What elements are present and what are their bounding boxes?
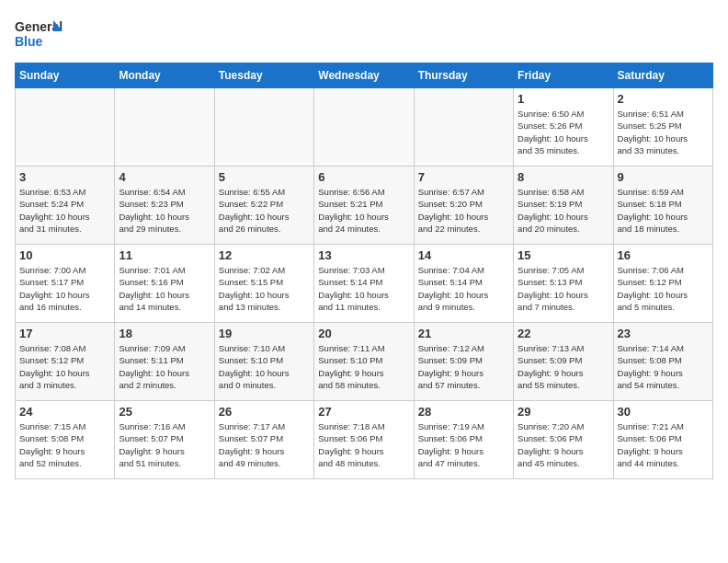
- weekday-header: Sunday: [16, 63, 115, 88]
- day-number: 5: [219, 170, 310, 184]
- day-number: 14: [418, 248, 509, 262]
- day-info: Sunrise: 7:04 AM Sunset: 5:14 PM Dayligh…: [418, 264, 509, 313]
- day-info: Sunrise: 7:09 AM Sunset: 5:11 PM Dayligh…: [119, 342, 210, 391]
- day-number: 8: [518, 170, 609, 184]
- logo: GeneralBlue: [15, 15, 70, 52]
- day-number: 11: [119, 248, 210, 262]
- day-number: 7: [418, 170, 509, 184]
- calendar-cell: 10Sunrise: 7:00 AM Sunset: 5:17 PM Dayli…: [16, 245, 115, 323]
- calendar-cell: [314, 88, 414, 167]
- calendar-cell: 23Sunrise: 7:14 AM Sunset: 5:08 PM Dayli…: [613, 323, 712, 401]
- logo-svg: GeneralBlue: [15, 15, 70, 52]
- page-header: GeneralBlue: [15, 15, 713, 52]
- day-number: 4: [119, 170, 210, 184]
- day-info: Sunrise: 6:55 AM Sunset: 5:22 PM Dayligh…: [219, 186, 310, 235]
- day-number: 19: [219, 327, 310, 340]
- day-number: 1: [518, 92, 609, 106]
- day-number: 9: [618, 170, 709, 184]
- calendar-cell: 17Sunrise: 7:08 AM Sunset: 5:12 PM Dayli…: [16, 323, 115, 401]
- calendar-cell: 19Sunrise: 7:10 AM Sunset: 5:10 PM Dayli…: [214, 323, 313, 401]
- calendar-cell: 24Sunrise: 7:15 AM Sunset: 5:08 PM Dayli…: [16, 401, 115, 479]
- calendar-cell: 2Sunrise: 6:51 AM Sunset: 5:25 PM Daylig…: [613, 88, 712, 167]
- day-info: Sunrise: 7:15 AM Sunset: 5:08 PM Dayligh…: [19, 420, 110, 469]
- calendar-cell: 11Sunrise: 7:01 AM Sunset: 5:16 PM Dayli…: [115, 245, 214, 323]
- day-info: Sunrise: 7:05 AM Sunset: 5:13 PM Dayligh…: [518, 264, 609, 313]
- day-number: 2: [618, 92, 709, 106]
- day-info: Sunrise: 7:02 AM Sunset: 5:15 PM Dayligh…: [219, 264, 310, 313]
- day-info: Sunrise: 7:11 AM Sunset: 5:10 PM Dayligh…: [318, 342, 409, 391]
- calendar-cell: 6Sunrise: 6:56 AM Sunset: 5:21 PM Daylig…: [314, 167, 414, 245]
- calendar-cell: 21Sunrise: 7:12 AM Sunset: 5:09 PM Dayli…: [414, 323, 513, 401]
- calendar-cell: 26Sunrise: 7:17 AM Sunset: 5:07 PM Dayli…: [214, 401, 313, 479]
- calendar-cell: [214, 88, 313, 167]
- calendar-cell: 18Sunrise: 7:09 AM Sunset: 5:11 PM Dayli…: [115, 323, 214, 401]
- weekday-header: Monday: [115, 63, 214, 88]
- day-info: Sunrise: 7:19 AM Sunset: 5:06 PM Dayligh…: [418, 420, 509, 469]
- calendar-cell: 25Sunrise: 7:16 AM Sunset: 5:07 PM Dayli…: [115, 401, 214, 479]
- day-info: Sunrise: 7:01 AM Sunset: 5:16 PM Dayligh…: [119, 264, 210, 313]
- calendar-cell: 14Sunrise: 7:04 AM Sunset: 5:14 PM Dayli…: [414, 245, 513, 323]
- weekday-header: Tuesday: [214, 63, 313, 88]
- day-number: 10: [19, 248, 110, 262]
- calendar-cell: 9Sunrise: 6:59 AM Sunset: 5:18 PM Daylig…: [613, 167, 712, 245]
- day-number: 17: [19, 327, 110, 340]
- calendar-cell: 28Sunrise: 7:19 AM Sunset: 5:06 PM Dayli…: [414, 401, 513, 479]
- day-info: Sunrise: 7:18 AM Sunset: 5:06 PM Dayligh…: [318, 420, 409, 469]
- calendar-cell: [414, 88, 513, 167]
- calendar-week-row: 10Sunrise: 7:00 AM Sunset: 5:17 PM Dayli…: [16, 245, 713, 323]
- day-info: Sunrise: 7:20 AM Sunset: 5:06 PM Dayligh…: [518, 420, 609, 469]
- day-number: 15: [518, 248, 609, 262]
- day-info: Sunrise: 7:08 AM Sunset: 5:12 PM Dayligh…: [19, 342, 110, 391]
- day-number: 6: [318, 170, 409, 184]
- day-info: Sunrise: 6:56 AM Sunset: 5:21 PM Dayligh…: [318, 186, 409, 235]
- calendar-cell: 29Sunrise: 7:20 AM Sunset: 5:06 PM Dayli…: [514, 401, 613, 479]
- day-number: 23: [618, 327, 709, 340]
- day-number: 18: [119, 327, 210, 340]
- calendar-week-row: 1Sunrise: 6:50 AM Sunset: 5:26 PM Daylig…: [16, 88, 713, 167]
- day-number: 30: [618, 405, 709, 419]
- day-number: 27: [318, 405, 409, 419]
- day-number: 28: [418, 405, 509, 419]
- svg-text:Blue: Blue: [15, 34, 43, 49]
- calendar-cell: 12Sunrise: 7:02 AM Sunset: 5:15 PM Dayli…: [214, 245, 313, 323]
- calendar-cell: 15Sunrise: 7:05 AM Sunset: 5:13 PM Dayli…: [514, 245, 613, 323]
- day-number: 12: [219, 248, 310, 262]
- calendar-cell: 4Sunrise: 6:54 AM Sunset: 5:23 PM Daylig…: [115, 167, 214, 245]
- day-info: Sunrise: 7:12 AM Sunset: 5:09 PM Dayligh…: [418, 342, 509, 391]
- day-info: Sunrise: 7:10 AM Sunset: 5:10 PM Dayligh…: [219, 342, 310, 391]
- calendar-cell: 3Sunrise: 6:53 AM Sunset: 5:24 PM Daylig…: [16, 167, 115, 245]
- calendar-cell: 16Sunrise: 7:06 AM Sunset: 5:12 PM Dayli…: [613, 245, 712, 323]
- weekday-header: Saturday: [613, 63, 712, 88]
- day-info: Sunrise: 7:14 AM Sunset: 5:08 PM Dayligh…: [618, 342, 709, 391]
- day-number: 3: [19, 170, 110, 184]
- day-number: 29: [518, 405, 609, 419]
- day-info: Sunrise: 6:54 AM Sunset: 5:23 PM Dayligh…: [119, 186, 210, 235]
- weekday-header-row: SundayMondayTuesdayWednesdayThursdayFrid…: [16, 63, 713, 88]
- calendar-week-row: 24Sunrise: 7:15 AM Sunset: 5:08 PM Dayli…: [16, 401, 713, 479]
- day-info: Sunrise: 7:16 AM Sunset: 5:07 PM Dayligh…: [119, 420, 210, 469]
- day-info: Sunrise: 7:06 AM Sunset: 5:12 PM Dayligh…: [618, 264, 709, 313]
- weekday-header: Friday: [514, 63, 613, 88]
- calendar-table: SundayMondayTuesdayWednesdayThursdayFrid…: [15, 63, 713, 479]
- calendar-week-row: 3Sunrise: 6:53 AM Sunset: 5:24 PM Daylig…: [16, 167, 713, 245]
- day-info: Sunrise: 6:53 AM Sunset: 5:24 PM Dayligh…: [19, 186, 110, 235]
- weekday-header: Wednesday: [314, 63, 414, 88]
- day-number: 20: [318, 327, 409, 340]
- day-info: Sunrise: 6:59 AM Sunset: 5:18 PM Dayligh…: [618, 186, 709, 235]
- calendar-cell: 13Sunrise: 7:03 AM Sunset: 5:14 PM Dayli…: [314, 245, 414, 323]
- day-info: Sunrise: 7:00 AM Sunset: 5:17 PM Dayligh…: [19, 264, 110, 313]
- calendar-cell: 30Sunrise: 7:21 AM Sunset: 5:06 PM Dayli…: [613, 401, 712, 479]
- day-info: Sunrise: 6:57 AM Sunset: 5:20 PM Dayligh…: [418, 186, 509, 235]
- calendar-cell: 5Sunrise: 6:55 AM Sunset: 5:22 PM Daylig…: [214, 167, 313, 245]
- weekday-header: Thursday: [414, 63, 513, 88]
- day-number: 25: [119, 405, 210, 419]
- day-info: Sunrise: 7:21 AM Sunset: 5:06 PM Dayligh…: [618, 420, 709, 469]
- day-number: 21: [418, 327, 509, 340]
- calendar-cell: [16, 88, 115, 167]
- day-number: 16: [618, 248, 709, 262]
- calendar-cell: 22Sunrise: 7:13 AM Sunset: 5:09 PM Dayli…: [514, 323, 613, 401]
- day-info: Sunrise: 7:13 AM Sunset: 5:09 PM Dayligh…: [518, 342, 609, 391]
- day-number: 26: [219, 405, 310, 419]
- calendar-cell: 27Sunrise: 7:18 AM Sunset: 5:06 PM Dayli…: [314, 401, 414, 479]
- day-number: 13: [318, 248, 409, 262]
